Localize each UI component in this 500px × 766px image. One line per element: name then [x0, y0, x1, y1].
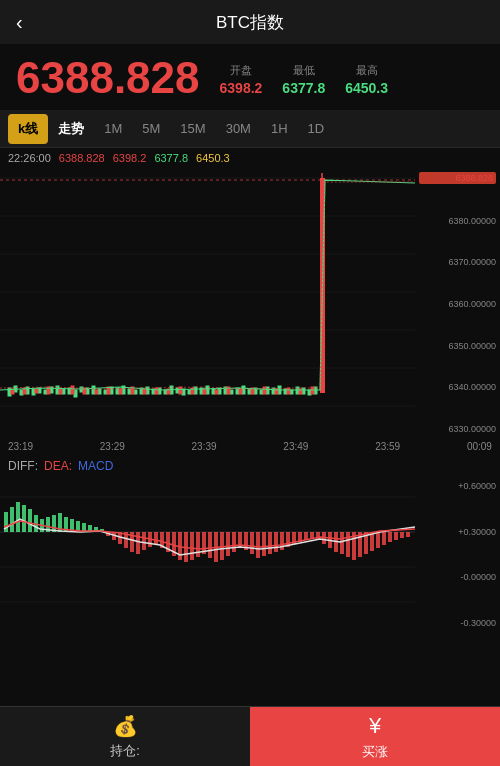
chart-price: 6388.828: [59, 152, 105, 164]
chart-time: 22:26:00: [8, 152, 51, 164]
chart-low: 6377.8: [154, 152, 188, 164]
macd-y-labels: +0.60000 +0.30000 -0.00000 -0.30000: [428, 477, 500, 632]
y-axis-labels: 6388.828 6380.00000 6370.00000 6360.0000…: [415, 168, 500, 438]
hold-label: 持仓:: [110, 742, 140, 760]
svg-rect-136: [268, 532, 272, 554]
x-label-4: 23:59: [375, 441, 400, 452]
svg-rect-114: [136, 532, 140, 554]
svg-rect-130: [232, 532, 236, 552]
svg-rect-72: [155, 388, 158, 394]
tab-5m[interactable]: 5M: [132, 115, 170, 142]
svg-rect-159: [406, 532, 410, 537]
svg-rect-77: [215, 390, 218, 394]
svg-rect-115: [142, 532, 146, 550]
macd-y-label-2: -0.00000: [432, 572, 496, 582]
low-price-item: 最低 6377.8: [282, 63, 325, 96]
macd-dea-label: DEA:: [44, 459, 72, 473]
hold-icon: 💰: [113, 714, 138, 738]
svg-rect-76: [203, 389, 206, 394]
macd-y-label-0: +0.60000: [432, 481, 496, 491]
svg-rect-96: [28, 509, 32, 532]
chart-open: 6398.2: [113, 152, 147, 164]
bottom-nav: 💰 持仓: ¥ 买涨: [0, 706, 500, 766]
svg-rect-157: [394, 532, 398, 540]
main-price: 6388.828: [16, 56, 200, 100]
candlestick-chart: [0, 168, 415, 438]
svg-rect-149: [346, 532, 350, 557]
y-label-top: 6388.828: [419, 172, 496, 184]
tab-1d[interactable]: 1D: [298, 115, 335, 142]
y-label-5: 6340.00000: [419, 382, 496, 392]
tab-bar: k线 走势 1M 5M 15M 30M 1H 1D: [0, 110, 500, 148]
y-label-4: 6350.00000: [419, 341, 496, 351]
open-label: 开盘: [230, 63, 252, 78]
x-label-1: 23:29: [100, 441, 125, 452]
svg-rect-93: [10, 507, 14, 532]
svg-rect-79: [239, 389, 242, 394]
svg-rect-81: [263, 387, 266, 394]
low-value: 6377.8: [282, 80, 325, 96]
y-label-3: 6360.00000: [419, 299, 496, 309]
hold-nav-item[interactable]: 💰 持仓:: [0, 707, 250, 766]
svg-rect-83: [287, 388, 290, 394]
x-axis: 23:19 23:29 23:39 23:49 23:59 00:09: [0, 438, 500, 455]
macd-label-bar: DIFF: DEA: MACD: [0, 455, 500, 477]
buy-nav-item[interactable]: ¥ 买涨: [250, 707, 500, 766]
svg-rect-71: [143, 389, 146, 394]
price-section: 6388.828 开盘 6398.2 最低 6377.8 最高 6450.3: [0, 44, 500, 110]
svg-rect-137: [274, 532, 278, 552]
price-details: 开盘 6398.2 最低 6377.8 最高 6450.3: [220, 63, 388, 96]
chart-high: 6450.3: [196, 152, 230, 164]
tab-1m[interactable]: 1M: [94, 115, 132, 142]
svg-rect-65: [71, 386, 74, 394]
main-chart: 6388.828 6380.00000 6370.00000 6360.0000…: [0, 168, 500, 438]
macd-y-label-3: -0.30000: [432, 618, 496, 628]
tab-trend[interactable]: 走势: [48, 114, 94, 144]
x-label-0: 23:19: [8, 441, 33, 452]
back-button[interactable]: ‹: [16, 11, 23, 34]
header: ‹ BTC指数: [0, 0, 500, 44]
buy-label: 买涨: [362, 743, 388, 761]
high-value: 6450.3: [345, 80, 388, 96]
page-title: BTC指数: [216, 11, 284, 34]
svg-rect-156: [388, 532, 392, 542]
svg-rect-133: [250, 532, 254, 554]
tab-kline[interactable]: k线: [8, 114, 48, 144]
macd-y-label-1: +0.30000: [432, 527, 496, 537]
svg-rect-74: [179, 387, 182, 394]
high-label: 最高: [356, 63, 378, 78]
svg-rect-67: [95, 390, 98, 394]
svg-rect-95: [22, 505, 26, 532]
x-label-3: 23:49: [283, 441, 308, 452]
svg-rect-69: [119, 389, 122, 394]
x-label-5: 00:09: [467, 441, 492, 452]
macd-svg: [0, 477, 415, 632]
svg-rect-117: [154, 532, 158, 544]
svg-rect-129: [226, 532, 230, 556]
tab-1h[interactable]: 1H: [261, 115, 298, 142]
open-value: 6398.2: [220, 80, 263, 96]
macd-diff-label: DIFF:: [8, 459, 38, 473]
open-price-item: 开盘 6398.2: [220, 63, 263, 96]
svg-rect-135: [262, 532, 266, 556]
buy-icon: ¥: [369, 713, 381, 739]
svg-rect-123: [190, 532, 194, 560]
y-label-6: 6330.00000: [419, 424, 496, 434]
svg-rect-134: [256, 532, 260, 558]
y-label-1: 6380.00000: [419, 216, 496, 226]
svg-rect-94: [16, 502, 20, 532]
low-label: 最低: [293, 63, 315, 78]
svg-rect-143: [310, 532, 314, 538]
svg-rect-64: [59, 389, 62, 394]
svg-rect-158: [400, 532, 404, 538]
tab-30m[interactable]: 30M: [216, 115, 261, 142]
svg-rect-62: [35, 389, 38, 393]
high-price-item: 最高 6450.3: [345, 63, 388, 96]
y-label-2: 6370.00000: [419, 257, 496, 267]
svg-rect-148: [340, 532, 344, 554]
chart-info-bar: 22:26:00 6388.828 6398.2 6377.8 6450.3: [0, 148, 500, 168]
tab-15m[interactable]: 15M: [170, 115, 215, 142]
svg-rect-155: [382, 532, 386, 545]
svg-rect-154: [376, 532, 380, 548]
x-label-2: 23:39: [192, 441, 217, 452]
